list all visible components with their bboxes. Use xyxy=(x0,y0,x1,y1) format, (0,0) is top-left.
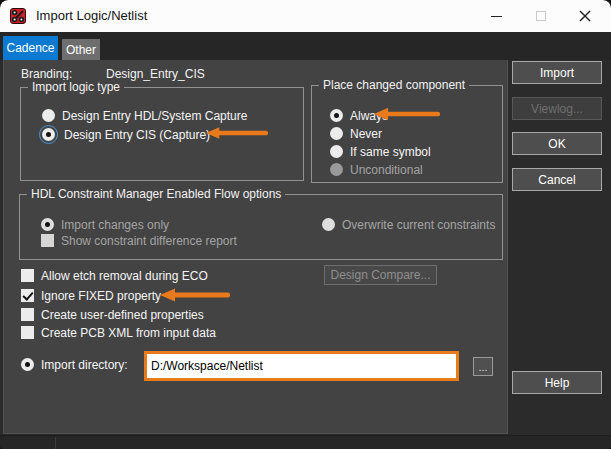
radio-design-entry-cis[interactable]: Design Entry CIS (Capture) xyxy=(42,127,210,142)
import-button[interactable]: Import xyxy=(512,61,602,84)
checkbox-icon xyxy=(21,269,34,282)
radio-icon xyxy=(330,145,343,158)
annotation-arrow-ignore-fixed xyxy=(159,287,231,303)
group-hdl-flow-title: HDL Constraint Manager Enabled Flow opti… xyxy=(27,187,285,201)
browse-button[interactable]: ... xyxy=(473,357,493,376)
group-place-changed-component: Place changed component Always Never If … xyxy=(311,85,503,183)
radio-icon xyxy=(322,218,335,231)
tab-other[interactable]: Other xyxy=(62,39,100,60)
maximize-button xyxy=(526,0,556,32)
status-bar xyxy=(0,435,611,449)
import-logic-netlist-dialog: Import Logic/Netlist Cadence Other Brand… xyxy=(0,0,611,449)
cancel-button[interactable]: Cancel xyxy=(512,168,602,191)
radio-import-changes-only: Import changes only xyxy=(41,217,169,232)
checkbox-create-user-defined[interactable]: Create user-defined properties xyxy=(21,307,204,322)
group-place-changed-title: Place changed component xyxy=(319,78,469,92)
tab-bar: Cadence Other xyxy=(0,32,611,60)
group-import-logic-type: Import logic type Design Entry HDL/Syste… xyxy=(20,87,304,181)
radio-always[interactable]: Always xyxy=(330,108,388,123)
radio-icon-disabled xyxy=(330,163,343,176)
viewlog-button: Viewlog... xyxy=(512,97,602,120)
allegro-app-icon xyxy=(10,8,26,24)
help-button[interactable]: Help xyxy=(512,371,602,394)
tab-cadence[interactable]: Cadence xyxy=(3,36,58,60)
radio-icon-selected xyxy=(21,358,34,371)
radio-unconditional: Unconditional xyxy=(330,162,423,177)
radio-import-directory[interactable]: Import directory: xyxy=(21,357,128,372)
checkbox-icon xyxy=(41,234,54,247)
checkbox-allow-etch-removal[interactable]: Allow etch removal during ECO xyxy=(21,268,208,283)
design-compare-button: Design Compare... xyxy=(324,265,437,285)
ok-button[interactable]: OK xyxy=(512,132,602,155)
branding-label: Branding: xyxy=(21,67,72,81)
import-directory-highlight xyxy=(144,351,459,381)
checkbox-show-constraint-diff: Show constraint difference report xyxy=(41,233,237,248)
checkbox-ignore-fixed-property[interactable]: Ignore FIXED property xyxy=(21,288,161,303)
minimize-button[interactable] xyxy=(481,0,511,32)
radio-icon-selected xyxy=(42,128,55,141)
radio-design-entry-hdl[interactable]: Design Entry HDL/System Capture xyxy=(42,108,247,123)
minimize-icon xyxy=(491,16,502,17)
maximize-icon xyxy=(536,11,546,21)
titlebar: Import Logic/Netlist xyxy=(0,0,611,32)
branding-value: Design_Entry_CIS xyxy=(106,67,205,81)
close-button[interactable] xyxy=(570,0,600,32)
radio-never[interactable]: Never xyxy=(330,126,382,141)
window-title: Import Logic/Netlist xyxy=(36,0,147,32)
radio-icon xyxy=(42,109,55,122)
status-bar-divider xyxy=(55,437,56,449)
checkbox-create-pcb-xml[interactable]: Create PCB XML from input data xyxy=(21,325,216,340)
cadence-tab-page: Branding: Design_Entry_CIS Import logic … xyxy=(3,60,508,434)
radio-icon-selected xyxy=(330,109,343,122)
checkbox-icon xyxy=(21,308,34,321)
radio-overwrite-constraints: Overwrite current constraints xyxy=(322,217,495,232)
radio-icon-selected xyxy=(41,218,54,231)
checkbox-icon-checked xyxy=(21,289,34,302)
group-import-logic-type-title: Import logic type xyxy=(28,80,124,94)
import-directory-input[interactable] xyxy=(147,354,456,378)
checkbox-icon xyxy=(21,326,34,339)
group-hdl-flow-options: HDL Constraint Manager Enabled Flow opti… xyxy=(19,194,503,260)
close-icon xyxy=(579,10,591,22)
radio-if-same-symbol[interactable]: If same symbol xyxy=(330,144,431,159)
radio-icon xyxy=(330,127,343,140)
